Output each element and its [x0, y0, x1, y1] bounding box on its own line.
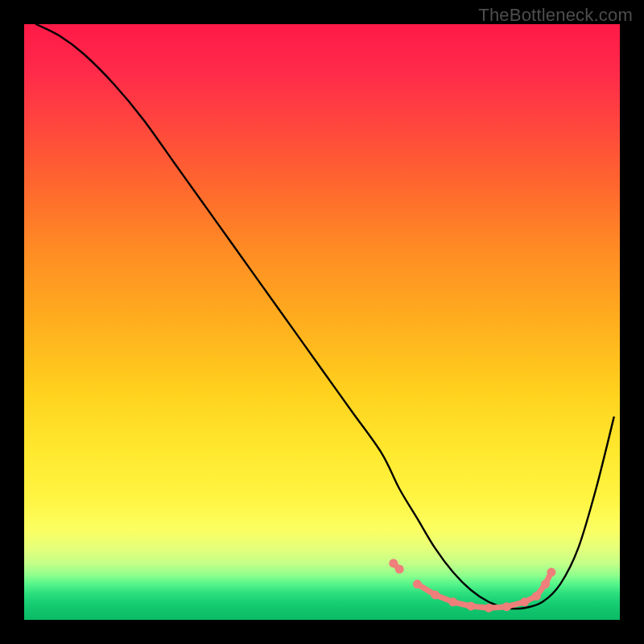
marker-dot	[547, 568, 555, 576]
watermark-label: TheBottleneck.com	[478, 5, 633, 26]
marker-dot	[395, 565, 404, 574]
highlighted-markers	[389, 559, 555, 613]
curve-layer	[24, 24, 620, 620]
chart-frame: TheBottleneck.com	[0, 0, 644, 644]
bottleneck-curve	[36, 24, 614, 609]
plot-area	[24, 24, 620, 620]
